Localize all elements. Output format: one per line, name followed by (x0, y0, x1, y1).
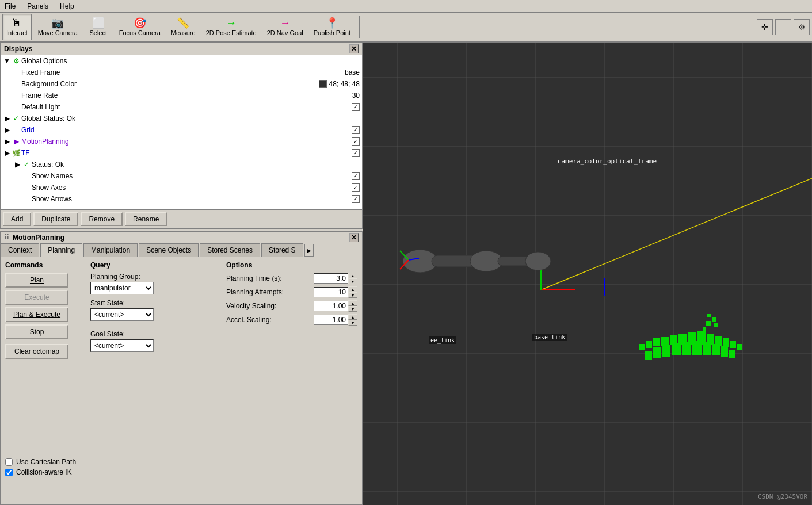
velocity-scaling-row: Velocity Scaling: ▲ ▼ (226, 300, 357, 312)
accel-scaling-spinbox[interactable]: ▲ ▼ (314, 314, 357, 326)
tab-scene-objects[interactable]: Scene Objects (139, 243, 199, 257)
grid-value[interactable] (352, 126, 360, 134)
display-row-tf[interactable]: ▶ 🌿 TF (1, 147, 362, 159)
tab-scroll-right[interactable]: ▶ (304, 244, 314, 257)
velocity-scaling-spinbox[interactable]: ▲ ▼ (314, 300, 357, 312)
motion-panel-drag-icon: ⠿ (4, 234, 9, 242)
expand-global-status[interactable]: ▶ (3, 114, 11, 123)
rename-button[interactable]: Rename (125, 212, 167, 226)
display-row-tf-status[interactable]: ▶ ✓ Status: Ok (11, 159, 362, 170)
expand-motionplanning[interactable]: ▶ (3, 137, 11, 146)
stop-button[interactable]: Stop (5, 324, 68, 339)
motionplanning-checkbox[interactable] (352, 137, 360, 146)
show-names-value[interactable] (352, 172, 360, 180)
show-names-checkbox[interactable] (352, 172, 360, 180)
frame-rate-label: Frame Rate (21, 91, 352, 100)
accel-scaling-up[interactable]: ▲ (348, 314, 357, 320)
nav-goal-icon: → (280, 18, 290, 28)
default-light-checkbox[interactable] (352, 103, 360, 111)
grid-checkbox[interactable] (352, 126, 360, 134)
planning-attempts-arrows: ▲ ▼ (348, 286, 357, 298)
tab-planning[interactable]: Planning (40, 243, 82, 257)
minus-button[interactable]: — (775, 19, 791, 35)
accel-scaling-input[interactable] (314, 315, 348, 325)
default-light-value[interactable] (352, 103, 360, 111)
planning-time-up[interactable]: ▲ (348, 273, 357, 278)
move-camera-button[interactable]: 📷 Move Camera (34, 14, 82, 40)
display-row-motionplanning[interactable]: ▶ ▶ MotionPlanning (1, 136, 362, 147)
use-cartesian-checkbox[interactable] (5, 458, 13, 466)
menu-help[interactable]: Help (58, 2, 77, 10)
planning-attempts-input[interactable] (314, 287, 348, 297)
show-arrows-checkbox[interactable] (352, 195, 360, 203)
duplicate-button[interactable]: Duplicate (33, 212, 78, 226)
menu-panels[interactable]: Panels (25, 2, 51, 10)
accel-scaling-down[interactable]: ▼ (348, 320, 357, 326)
velocity-scaling-input[interactable] (314, 301, 348, 311)
display-row-grid[interactable]: ▶ · Grid (1, 124, 362, 136)
show-arrows-value[interactable] (352, 195, 360, 203)
settings-button[interactable]: ⚙ (794, 19, 810, 35)
velocity-scaling-label: Velocity Scaling: (226, 302, 311, 310)
interact-button[interactable]: 🖱 Interact (2, 14, 32, 40)
execute-button[interactable]: Execute (5, 290, 68, 305)
publish-point-button[interactable]: 📍 Publish Point (310, 14, 354, 40)
clear-octomap-button[interactable]: Clear octomap (5, 344, 68, 359)
expand-global-options[interactable]: ▼ (3, 57, 11, 65)
show-axes-value[interactable] (352, 183, 360, 192)
planning-attempts-up[interactable]: ▲ (348, 286, 357, 292)
motion-panel-close[interactable]: ✕ (349, 233, 359, 242)
accel-scaling-arrows: ▲ ▼ (348, 314, 357, 326)
planning-time-arrows: ▲ ▼ (348, 273, 357, 284)
planning-group-label: Planning Group: (90, 273, 222, 281)
planning-time-spinbox[interactable]: ▲ ▼ (314, 273, 357, 284)
main-layout: Displays ✕ ▼ ⚙ Global Options Fixed Fram… (0, 43, 812, 505)
goal-state-dropdown[interactable]: <current> (90, 339, 154, 352)
add-button[interactable]: Add (3, 212, 31, 226)
bg-color-swatch[interactable] (319, 80, 327, 88)
displays-panel: ▼ ⚙ Global Options Fixed Frame base Back… (0, 55, 363, 210)
add-axis-button[interactable]: ✛ (757, 19, 773, 35)
start-state-dropdown[interactable]: <current> (90, 308, 154, 321)
displays-content[interactable]: ▼ ⚙ Global Options Fixed Frame base Back… (1, 55, 362, 209)
pose-estimate-button[interactable]: → 2D Pose Estimate (202, 14, 261, 40)
3d-viewport[interactable]: camera_color_optical_frame (363, 43, 812, 505)
measure-button[interactable]: 📏 Measure (167, 14, 200, 40)
display-row-show-names: Show Names (21, 170, 362, 182)
velocity-scaling-up[interactable]: ▲ (348, 300, 357, 306)
tf-checkbox[interactable] (352, 149, 360, 157)
velocity-scaling-down[interactable]: ▼ (348, 306, 357, 312)
planning-attempts-down[interactable]: ▼ (348, 292, 357, 298)
planning-time-input[interactable] (314, 273, 348, 284)
select-button[interactable]: ⬜ Select (84, 14, 113, 40)
accel-scaling-row: Accel. Scaling: ▲ ▼ (226, 314, 357, 326)
tab-manipulation[interactable]: Manipulation (83, 243, 138, 257)
move-camera-label: Move Camera (38, 29, 78, 36)
menu-file[interactable]: File (2, 2, 18, 10)
plan-execute-button[interactable]: Plan & Execute (5, 307, 68, 322)
planning-time-down[interactable]: ▼ (348, 278, 357, 284)
show-axes-checkbox[interactable] (352, 183, 360, 192)
expand-grid[interactable]: ▶ (3, 126, 11, 134)
expand-tf-status[interactable]: ▶ (13, 160, 21, 169)
tab-stored-s[interactable]: Stored S (261, 243, 303, 257)
motionplanning-value[interactable] (352, 137, 360, 146)
plan-button[interactable]: Plan (5, 273, 68, 288)
remove-button[interactable]: Remove (81, 212, 123, 226)
focus-camera-button[interactable]: 🎯 Focus Camera (115, 14, 165, 40)
tab-stored-scenes[interactable]: Stored Scenes (200, 243, 260, 257)
expand-tf[interactable]: ▶ (3, 149, 11, 157)
planning-group-dropdown[interactable]: manipulator (90, 282, 154, 294)
collision-aware-checkbox[interactable] (5, 469, 13, 476)
displays-close-button[interactable]: ✕ (349, 44, 359, 53)
tf-value[interactable] (352, 149, 360, 157)
planning-attempts-spinbox[interactable]: ▲ ▼ (314, 286, 357, 298)
measure-icon: 📏 (177, 18, 189, 28)
accel-scaling-label: Accel. Scaling: (226, 316, 311, 324)
nav-goal-button[interactable]: → 2D Nav Goal (263, 14, 307, 40)
select-label: Select (89, 29, 107, 36)
tab-context[interactable]: Context (1, 243, 39, 257)
display-row-global-options[interactable]: ▼ ⚙ Global Options (1, 55, 362, 67)
display-row-global-status[interactable]: ▶ ✓ Global Status: Ok (1, 113, 362, 124)
show-axes-label: Show Axes (32, 183, 352, 192)
